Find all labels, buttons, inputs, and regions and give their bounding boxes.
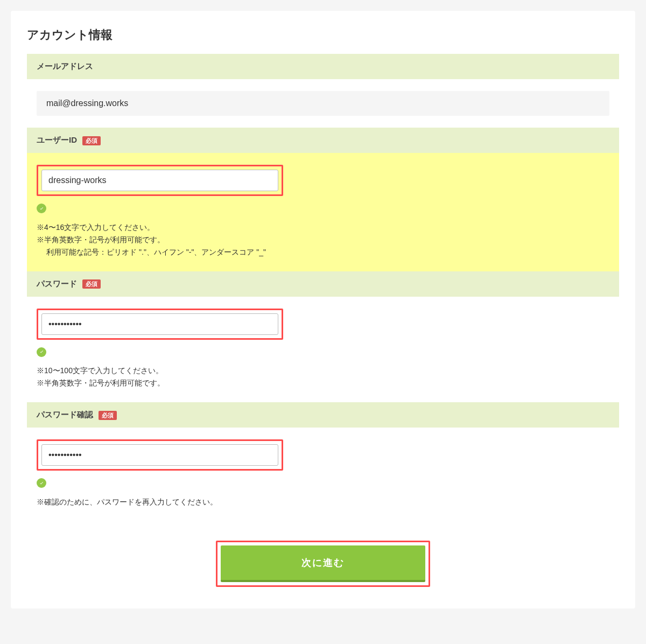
email-readonly-field: mail@dressing.works	[37, 91, 609, 116]
password-confirm-help-text: ※確認のために、パスワードを再入力してください。	[37, 496, 609, 508]
account-info-form: アカウント情報 メールアドレス mail@dressing.works ユーザー…	[11, 11, 635, 608]
check-circle-icon	[37, 478, 46, 488]
email-label: メールアドレス	[37, 61, 93, 71]
user-id-help-text: ※4〜16文字で入力してください。 ※半角英数字・記号が利用可能です。 利用可能…	[37, 221, 609, 258]
user-id-input-highlight	[37, 165, 283, 196]
required-badge: 必須	[82, 279, 101, 289]
submit-wrapper: 次に進む	[27, 541, 619, 587]
required-badge: 必須	[82, 136, 101, 145]
password-confirm-input[interactable]	[41, 444, 278, 466]
submit-button-highlight: 次に進む	[216, 541, 430, 587]
required-badge: 必須	[99, 411, 117, 420]
password-label: パスワード	[37, 279, 77, 288]
password-confirm-label: パスワード確認	[37, 410, 93, 419]
password-confirm-input-highlight	[37, 439, 283, 471]
user-id-label: ユーザーID	[37, 135, 77, 144]
password-input-highlight	[37, 309, 283, 340]
check-circle-icon	[37, 347, 46, 357]
password-confirm-section-header: パスワード確認 必須	[27, 402, 619, 428]
password-section-header: パスワード 必須	[27, 271, 619, 297]
password-section-body: ※10〜100文字で入力してください。 ※半角英数字・記号が利用可能です。	[27, 297, 619, 403]
page-title: アカウント情報	[27, 27, 619, 43]
user-id-section-body: ※4〜16文字で入力してください。 ※半角英数字・記号が利用可能です。 利用可能…	[27, 153, 619, 271]
next-button[interactable]: 次に進む	[221, 545, 425, 582]
password-confirm-section-body: ※確認のために、パスワードを再入力してください。	[27, 428, 619, 521]
password-help-text: ※10〜100文字で入力してください。 ※半角英数字・記号が利用可能です。	[37, 365, 609, 389]
check-circle-icon	[37, 204, 46, 213]
email-section-body: mail@dressing.works	[27, 79, 619, 128]
user-id-section-header: ユーザーID 必須	[27, 128, 619, 153]
email-section-header: メールアドレス	[27, 54, 619, 79]
password-input[interactable]	[41, 313, 278, 335]
user-id-input[interactable]	[41, 170, 278, 191]
